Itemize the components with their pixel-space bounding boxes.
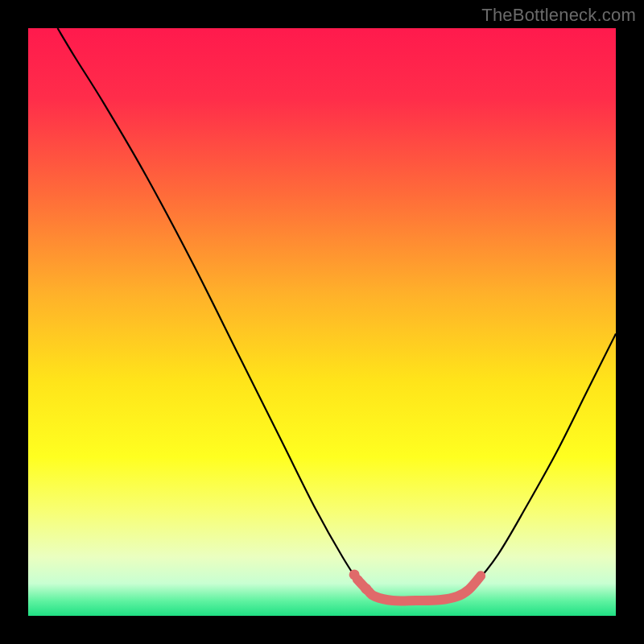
chart-svg <box>28 28 616 616</box>
chart-plot <box>28 28 616 616</box>
gradient-background <box>28 28 616 616</box>
highlight-marker-1 <box>361 584 371 594</box>
highlight-marker-0 <box>349 569 360 580</box>
watermark-label: TheBottleneck.com <box>481 5 636 26</box>
chart-frame: TheBottleneck.com <box>0 0 644 644</box>
